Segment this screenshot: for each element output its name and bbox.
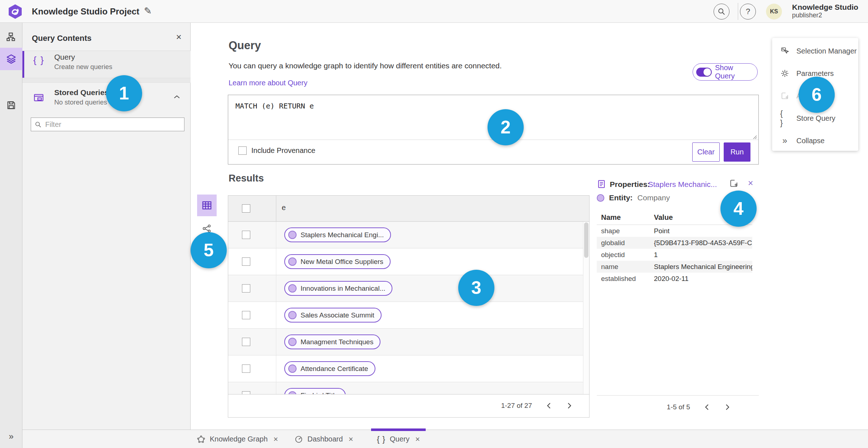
entity-dot-icon bbox=[288, 231, 297, 239]
table-row: Attendance Certificate bbox=[228, 355, 589, 382]
annotation-badge-3: 3 bbox=[458, 270, 494, 306]
results-pagination-text: 1-27 of 27 bbox=[501, 402, 532, 410]
toggle-track bbox=[696, 68, 712, 77]
selection-manager-icon bbox=[780, 47, 790, 55]
show-query-toggle[interactable]: Show Query bbox=[693, 63, 758, 81]
curly-braces-icon: { } bbox=[780, 109, 790, 128]
select-all-checkbox[interactable] bbox=[242, 204, 250, 213]
menu-item-collapse[interactable]: » Collapse bbox=[772, 133, 858, 148]
entity-dot-icon bbox=[288, 311, 297, 319]
tab-dashboard[interactable]: Dashboard × bbox=[290, 430, 358, 448]
help-button[interactable]: ? bbox=[740, 4, 756, 20]
close-tab-icon[interactable]: × bbox=[415, 435, 420, 444]
chevron-right-icon[interactable] bbox=[724, 404, 731, 411]
property-row[interactable]: name Staplers Mechanical Engineering bbox=[597, 261, 752, 273]
property-row[interactable]: globalid {5D9B4713-F98D-4A53-A59F-C11... bbox=[597, 237, 752, 249]
annotation-badge-6: 6 bbox=[799, 77, 835, 113]
close-panel-icon[interactable]: × bbox=[176, 31, 182, 43]
table-view-button[interactable] bbox=[197, 195, 217, 216]
header-divider bbox=[738, 3, 738, 20]
entity-pill[interactable]: Managment Techniques bbox=[284, 334, 380, 349]
user-role: publisher2 bbox=[792, 12, 858, 19]
results-table-body: Staplers Mechanical Engi... New Metal Of… bbox=[228, 222, 589, 394]
chevron-up-icon[interactable] bbox=[173, 94, 180, 99]
contents-item-query[interactable]: { } Query Create new queries bbox=[22, 51, 191, 78]
left-rail: » bbox=[0, 23, 22, 448]
clear-button[interactable]: Clear bbox=[692, 142, 720, 162]
app-logo-icon[interactable] bbox=[8, 4, 22, 19]
properties-target-link[interactable]: Staplers Mechanic... bbox=[648, 180, 717, 189]
close-tab-icon[interactable]: × bbox=[273, 435, 278, 444]
query-description: You can query a knowledge graph to ident… bbox=[229, 61, 502, 70]
dashboard-icon bbox=[294, 435, 303, 444]
props-col-name: Name bbox=[597, 213, 654, 225]
filter-input[interactable] bbox=[45, 120, 180, 129]
menu-item-store-query[interactable]: { } Store Query bbox=[772, 111, 858, 125]
table-row: Sales Associate Summit bbox=[228, 302, 589, 329]
expand-rail-button[interactable]: » bbox=[0, 431, 22, 441]
entity-pill[interactable]: New Metal Office Suppliers bbox=[284, 254, 391, 269]
entity-pill[interactable]: Innovations in Mechanical... bbox=[284, 281, 392, 296]
table-scrollbar[interactable] bbox=[583, 222, 589, 394]
rail-item-catalog[interactable] bbox=[0, 26, 22, 48]
query-heading: Query bbox=[229, 39, 261, 52]
rail-item-layers[interactable] bbox=[0, 48, 22, 70]
results-table-footer: 1-27 of 27 bbox=[228, 394, 589, 417]
hierarchy-icon bbox=[6, 32, 16, 42]
edit-title-icon[interactable]: ✎ bbox=[144, 0, 152, 23]
close-tab-icon[interactable]: × bbox=[349, 435, 353, 444]
search-button[interactable] bbox=[714, 4, 729, 20]
tab-query[interactable]: { } Query × bbox=[373, 430, 424, 448]
row-checkbox[interactable] bbox=[242, 257, 250, 266]
row-checkbox[interactable] bbox=[242, 284, 250, 293]
top-bar: Knowledge Studio Project ✎ ? KS Knowledg… bbox=[0, 0, 868, 23]
tab-knowledge-graph[interactable]: Knowledge Graph × bbox=[192, 430, 282, 448]
rail-item-save[interactable] bbox=[0, 94, 22, 116]
entity-pill[interactable]: Staplers Mechanical Engi... bbox=[284, 227, 391, 242]
property-row[interactable]: objectid 1 bbox=[597, 249, 752, 261]
property-row[interactable]: shape Point bbox=[597, 225, 752, 237]
properties-icon bbox=[597, 179, 606, 189]
question-icon: ? bbox=[746, 7, 750, 16]
section-divider bbox=[22, 78, 191, 83]
include-provenance-checkbox[interactable] bbox=[238, 146, 247, 155]
resize-handle-icon[interactable] bbox=[752, 134, 757, 139]
property-row[interactable]: established 2020-02-11 bbox=[597, 273, 752, 285]
entity-pill[interactable]: Attendance Certificate bbox=[284, 361, 375, 376]
toggle-knob bbox=[703, 68, 711, 76]
search-icon bbox=[35, 121, 42, 128]
row-checkbox[interactable] bbox=[242, 338, 250, 346]
gear-icon bbox=[780, 69, 790, 78]
menu-item-selection-manager[interactable]: Selection Manager bbox=[772, 44, 858, 58]
chevron-left-icon[interactable] bbox=[546, 402, 552, 409]
row-checkbox[interactable] bbox=[242, 364, 250, 373]
user-info[interactable]: Knowledge Studio publisher2 bbox=[792, 3, 858, 19]
add-to-map-icon[interactable] bbox=[729, 179, 739, 188]
annotation-badge-4: 4 bbox=[720, 191, 757, 227]
project-title: Knowledge Studio Project bbox=[32, 0, 139, 23]
chevron-right-icon[interactable] bbox=[566, 402, 573, 409]
row-checkbox[interactable] bbox=[242, 231, 250, 239]
chevron-left-icon[interactable] bbox=[704, 404, 710, 411]
curly-braces-icon: { } bbox=[33, 55, 44, 66]
close-properties-icon[interactable]: × bbox=[748, 178, 753, 188]
entity-dot-icon bbox=[288, 364, 297, 373]
column-header-e: e bbox=[282, 204, 286, 212]
entity-row: Entity: Company bbox=[597, 193, 670, 202]
filter-field[interactable] bbox=[31, 118, 184, 131]
scrollbar-thumb[interactable] bbox=[584, 222, 588, 258]
table-row: Firebird Title bbox=[228, 382, 589, 394]
entity-pill[interactable]: Firebird Title bbox=[284, 388, 346, 394]
knowledge-graph-icon bbox=[197, 435, 205, 444]
query-textarea[interactable]: MATCH (e) RETURN e bbox=[235, 102, 314, 110]
row-checkbox[interactable] bbox=[242, 311, 250, 319]
annotation-badge-5: 5 bbox=[191, 232, 227, 268]
avatar[interactable]: KS bbox=[766, 4, 782, 20]
learn-more-link[interactable]: Learn more about Query bbox=[229, 79, 307, 87]
run-button[interactable]: Run bbox=[724, 142, 750, 162]
entity-type: Company bbox=[637, 193, 670, 202]
divider bbox=[597, 395, 759, 396]
entity-pill[interactable]: Sales Associate Summit bbox=[284, 308, 382, 323]
table-row: New Metal Office Suppliers bbox=[228, 248, 589, 275]
entity-dot-icon bbox=[288, 338, 297, 346]
